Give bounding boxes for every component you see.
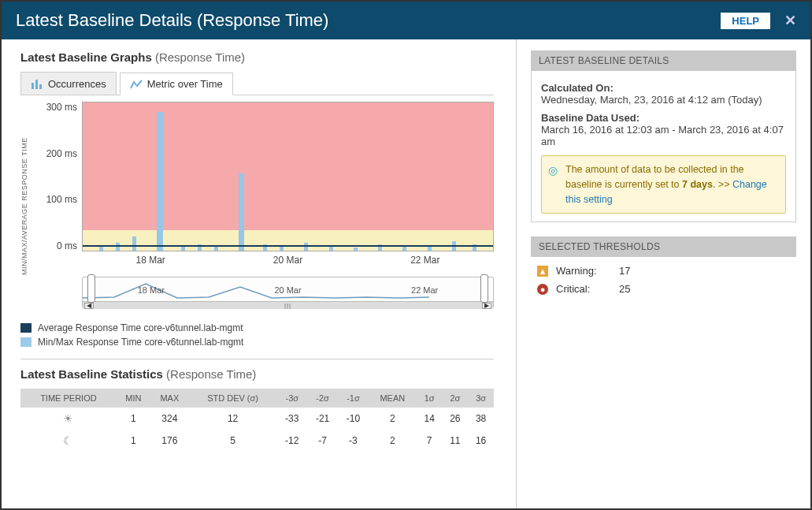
calculated-on-label: Calculated On: <box>541 82 786 94</box>
legend-swatch-minmax <box>20 337 32 347</box>
line-chart-icon <box>130 79 143 90</box>
threshold-critical-row: ● Critical: 25 <box>531 280 796 298</box>
details-panel-header: LATEST BASELINE DETAILS <box>531 50 796 71</box>
lightbulb-icon: ◎ <box>548 162 558 179</box>
close-icon[interactable]: ✕ <box>784 12 796 29</box>
y-axis-label: MIN/MAX/AVERAGE RESPONSE TIME <box>20 102 28 311</box>
warning-icon: ▲ <box>537 266 548 277</box>
range-handle-right[interactable] <box>480 274 488 303</box>
dialog-header: Latest Baseline Details (Response Time) … <box>2 2 810 39</box>
x-axis-ticks: 18 Mar 20 Mar 22 Mar <box>82 251 494 266</box>
tab-label: Occurrences <box>48 78 106 90</box>
scroll-grip-icon[interactable]: ||| <box>284 302 291 309</box>
threshold-warning-row: ▲ Warning: 17 <box>531 262 796 280</box>
warning-band <box>83 230 493 251</box>
svg-rect-2 <box>39 84 42 89</box>
baseline-data-label: Baseline Data Used: <box>541 112 786 124</box>
svg-rect-1 <box>35 80 38 89</box>
chart-tabs: Occurrences Metric over Time <box>20 72 494 95</box>
baseline-data-value: March 16, 2016 at 12:03 am - March 23, 2… <box>541 124 786 147</box>
y-axis-ticks: 300 ms 200 ms 100 ms 0 ms <box>28 102 82 251</box>
tab-metric-over-time[interactable]: Metric over Time <box>120 73 233 95</box>
thresholds-panel-header: SELECTED THRESHOLDS <box>531 236 796 257</box>
moon-icon: ☾ <box>63 434 73 447</box>
range-scrollbar[interactable]: ◀ ||| ▶ <box>83 301 493 309</box>
thresholds-panel: SELECTED THRESHOLDS ▲ Warning: 17 ● Crit… <box>531 236 796 303</box>
table-row: ☾ 1 176 5 -12 -7 -3 2 7 11 16 <box>20 430 494 452</box>
calculated-on-value: Wednesday, March, 23, 2016 at 4:12 am (T… <box>541 94 786 106</box>
time-range-slider[interactable]: 18 Mar 20 Mar 22 Mar ◀ ||| ▶ <box>82 277 494 308</box>
bar-chart-icon <box>31 78 43 89</box>
legend-label-minmax: Min/Max Response Time core-v6tunnel.lab-… <box>38 337 243 348</box>
info-callout: ◎ The amount of data to be collected in … <box>541 155 786 214</box>
svg-rect-0 <box>32 83 34 89</box>
table-row: ☀ 1 324 12 -33 -21 -10 2 14 26 38 <box>20 408 494 430</box>
stats-table: TIME PERIOD MIN MAX STD DEV (σ) -3σ -2σ … <box>20 389 494 452</box>
dialog-title: Latest Baseline Details (Response Time) <box>16 10 328 31</box>
chart-plot-area[interactable] <box>82 102 494 251</box>
legend-swatch-avg <box>20 323 32 333</box>
range-sparkline: 18 Mar 20 Mar 22 Mar <box>83 277 493 301</box>
tab-label: Metric over Time <box>147 78 223 90</box>
graphs-section-title: Latest Baseline Graphs (Response Time) <box>20 50 494 64</box>
scroll-right-icon[interactable]: ▶ <box>482 303 491 309</box>
sun-icon: ☀ <box>63 412 73 425</box>
average-line <box>83 245 493 247</box>
legend-label-avg: Average Response Time core-v6tunnel.lab-… <box>38 322 243 333</box>
critical-icon: ● <box>537 284 548 295</box>
range-handle-left[interactable] <box>87 274 95 303</box>
chart-legend: Average Response Time core-v6tunnel.lab-… <box>20 322 494 348</box>
help-button[interactable]: HELP <box>721 13 770 29</box>
tab-occurrences[interactable]: Occurrences <box>20 72 117 95</box>
scroll-left-icon[interactable]: ◀ <box>84 303 94 309</box>
stats-section-title: Latest Baseline Statistics (Response Tim… <box>20 367 494 381</box>
details-panel: LATEST BASELINE DETAILS Calculated On: W… <box>531 50 796 222</box>
